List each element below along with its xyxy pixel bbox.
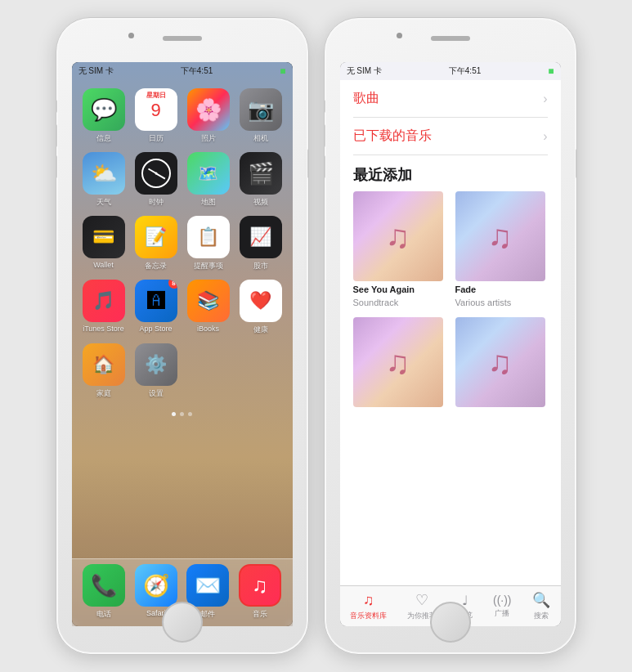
recently-added-title: 最近添加 xyxy=(353,155,548,191)
tab-search[interactable]: 🔍 搜索 xyxy=(532,591,550,621)
app-health[interactable]: ❤️ 健康 xyxy=(239,280,283,335)
notes-icon: 📝 xyxy=(135,216,177,258)
itunes-icon: 🎵 xyxy=(83,280,125,322)
app-settings[interactable]: ⚙️ 设置 xyxy=(134,343,178,399)
app-grid: 💬 信息 星期日 9 日历 🌸 照片 xyxy=(72,80,293,407)
dock-phone[interactable]: 📞 电话 xyxy=(82,564,128,620)
album-4[interactable]: ♫ xyxy=(455,317,548,414)
dot-3 xyxy=(188,412,192,416)
app-weather[interactable]: ⛅ 天气 xyxy=(82,152,126,208)
app-calendar[interactable]: 星期日 9 日历 xyxy=(134,88,178,144)
phone-icon: 📞 xyxy=(83,564,125,607)
app-ibooks[interactable]: 📚 iBooks xyxy=(186,280,231,335)
safari-icon: 🧭 xyxy=(135,564,177,607)
songs-chevron: › xyxy=(543,92,547,106)
appstore-label: App Store xyxy=(139,325,172,333)
mute-button[interactable] xyxy=(56,100,57,113)
app-appstore[interactable]: 🅰 8 App Store xyxy=(134,280,178,335)
time-right: 下午4:51 xyxy=(449,65,481,77)
settings-icon: ⚙️ xyxy=(135,343,177,386)
downloaded-label: 已下载的音乐 xyxy=(353,128,432,145)
downloaded-row[interactable]: 已下载的音乐 › xyxy=(353,118,548,155)
stocks-icon: 📈 xyxy=(240,216,282,258)
iphone-left: 无 SIM 卡 下午4:51 ■ 💬 信息 星期日 9 xyxy=(56,17,309,655)
music-note-icon-4: ♫ xyxy=(488,344,513,381)
calendar-label: 日历 xyxy=(149,133,164,144)
app-camera[interactable]: 📷 相机 xyxy=(239,88,283,144)
app-stocks[interactable]: 📈 股市 xyxy=(239,216,283,271)
volume-down-button-right[interactable] xyxy=(324,155,325,178)
dot-2 xyxy=(180,412,184,416)
settings-label: 设置 xyxy=(149,388,164,399)
album-title-2: Fade xyxy=(455,284,548,294)
dock-music[interactable]: ♫ 音乐 xyxy=(237,564,283,620)
app-maps[interactable]: 🗺️ 地图 xyxy=(186,152,231,208)
tab-library[interactable]: ♫ 音乐资料库 xyxy=(350,592,387,621)
mute-button-right[interactable] xyxy=(324,100,325,113)
ibooks-icon: 📚 xyxy=(187,280,230,322)
album-art-2: ♫ xyxy=(455,191,545,281)
screen-right: 无 SIM 卡 下午4:51 ■ 歌曲 › 已下载的音乐 › 最近添加 xyxy=(340,62,561,626)
camera-dot-right xyxy=(397,33,402,38)
battery-left: ■ xyxy=(280,65,285,77)
album-art-3: ♫ xyxy=(353,317,443,407)
library-label: 音乐资料库 xyxy=(350,611,387,621)
health-label: 健康 xyxy=(253,325,268,335)
music-note-icon-1: ♫ xyxy=(386,218,410,255)
calendar-icon: 星期日 9 xyxy=(135,88,177,131)
songs-row[interactable]: 歌曲 › xyxy=(353,80,548,118)
power-button[interactable] xyxy=(307,149,309,178)
home2-label: 家庭 xyxy=(96,388,111,399)
status-bar-right: 无 SIM 卡 下午4:51 ■ xyxy=(340,62,561,80)
app-reminders[interactable]: 📋 提醒事项 xyxy=(186,216,231,271)
album-see-you-again[interactable]: ♫ See You Again Soundtrack xyxy=(353,191,446,307)
carrier-left: 无 SIM 卡 xyxy=(78,65,114,77)
app-wallet[interactable]: 💳 Wallet xyxy=(82,216,126,271)
music-content: 歌曲 › 已下载的音乐 › 最近添加 ♫ See xyxy=(340,80,561,585)
home-button-left[interactable] xyxy=(162,602,203,643)
weather-label: 天气 xyxy=(96,197,111,208)
messages-icon: 💬 xyxy=(83,88,125,131)
videos-icon: 🎬 xyxy=(240,152,282,195)
album-fade[interactable]: ♫ Fade Various artists xyxy=(455,191,548,307)
status-bar-left: 无 SIM 卡 下午4:51 ■ xyxy=(72,62,293,80)
app-clock[interactable]: 时钟 xyxy=(134,152,178,208)
tab-radio[interactable]: ((·)) 广播 xyxy=(493,594,512,619)
carrier-right: 无 SIM 卡 xyxy=(347,65,382,77)
speaker xyxy=(163,36,202,41)
album-3[interactable]: ♫ xyxy=(353,317,446,414)
camera-dot-left xyxy=(128,33,134,38)
album-grid: ♫ See You Again Soundtrack ♫ Fade Variou… xyxy=(353,191,548,420)
appstore-badge: 8 xyxy=(168,280,177,289)
ibooks-label: iBooks xyxy=(197,325,219,333)
battery-right: ■ xyxy=(548,65,554,77)
power-button-right[interactable] xyxy=(576,149,577,178)
app-home2[interactable]: 🏠 家庭 xyxy=(82,343,126,399)
app-photos[interactable]: 🌸 照片 xyxy=(186,88,231,144)
camera-icon: 📷 xyxy=(240,88,282,131)
maps-icon: 🗺️ xyxy=(187,152,230,195)
volume-up-button-right[interactable] xyxy=(324,124,325,147)
app-notes[interactable]: 📝 备忘录 xyxy=(134,216,178,271)
volume-down-button[interactable] xyxy=(56,155,57,178)
app-messages[interactable]: 💬 信息 xyxy=(82,88,126,144)
search-icon: 🔍 xyxy=(532,591,550,609)
mail-label: 邮件 xyxy=(200,609,215,620)
home2-icon: 🏠 xyxy=(83,343,125,386)
volume-up-button[interactable] xyxy=(56,124,57,147)
wallet-icon: 💳 xyxy=(83,216,125,258)
app-itunes[interactable]: 🎵 iTunes Store xyxy=(82,280,126,335)
reminders-icon: 📋 xyxy=(187,216,230,258)
radio-icon: ((·)) xyxy=(493,594,512,607)
camera-label: 相机 xyxy=(253,133,268,144)
weather-icon: ⛅ xyxy=(83,152,125,195)
album-art-4: ♫ xyxy=(455,317,545,407)
phone-label: 电话 xyxy=(96,609,111,620)
album-art-1: ♫ xyxy=(353,191,443,281)
songs-label: 歌曲 xyxy=(353,90,379,107)
wallet-label: Wallet xyxy=(93,261,114,269)
clock-label: 时钟 xyxy=(149,197,164,208)
time-left: 下午4:51 xyxy=(181,65,213,77)
app-videos[interactable]: 🎬 视频 xyxy=(239,152,283,208)
home-button-right[interactable] xyxy=(430,602,471,643)
